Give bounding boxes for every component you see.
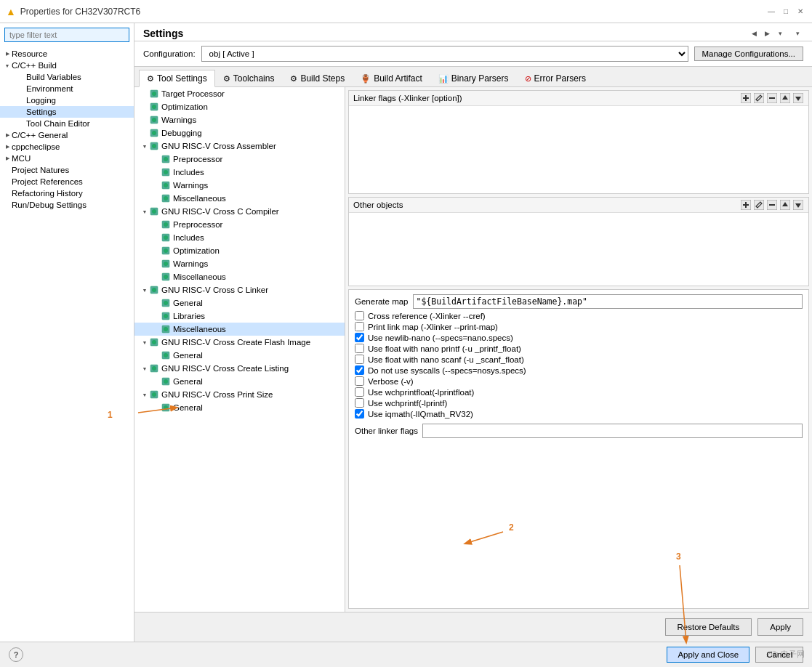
error-parsers-icon: ⊘	[525, 74, 531, 84]
linker-flags-edit-button[interactable]	[753, 92, 765, 104]
lti-debugging[interactable]: Debugging	[134, 126, 345, 140]
lti-linker-general[interactable]: General	[134, 296, 345, 310]
lti-cc-warnings[interactable]: Warnings	[134, 257, 345, 270]
build-artifact-icon: 🏺	[361, 74, 371, 84]
minimize-button[interactable]: —	[765, 6, 777, 17]
other-objects-header: Other objects	[349, 198, 808, 213]
other-objects-up-button[interactable]	[779, 199, 791, 211]
linker-flags-remove-button[interactable]	[766, 92, 778, 104]
cb-use-newlib-nano: Use newlib-nano (--specs=nano.specs)	[349, 332, 808, 343]
checkbox-use-float-scanf[interactable]	[355, 355, 364, 364]
lti-asm-warnings[interactable]: Warnings	[134, 179, 345, 192]
sidebar-item-project-natures[interactable]: Project Natures	[0, 164, 134, 176]
checkbox-use-float-printf[interactable]	[355, 344, 364, 353]
lti-flash-general[interactable]: General	[134, 349, 345, 362]
cb-verbose: Verbose (-v)	[349, 376, 808, 387]
checkbox-verbose[interactable]	[355, 376, 364, 386]
lti-warnings[interactable]: Warnings	[134, 113, 345, 126]
configuration-row: Configuration: obj [ Active ] Manage Con…	[134, 41, 812, 67]
cb-no-syscalls: Do not use syscalls (--specs=nosys.specs…	[349, 365, 808, 376]
lti-optimization[interactable]: Optimization	[134, 100, 345, 113]
sidebar-item-project-references[interactable]: Project References	[0, 176, 134, 187]
svg-point-9	[152, 144, 156, 148]
lti-asm-preprocessor[interactable]: Preprocessor	[134, 153, 345, 166]
sidebar-item-mcu[interactable]: MCU	[0, 153, 134, 164]
linker-flags-down-button[interactable]	[792, 92, 804, 104]
sidebar-item-cpp-build[interactable]: C/C++ Build	[0, 60, 134, 71]
app-icon: ▲	[6, 6, 16, 17]
svg-point-3	[152, 105, 156, 109]
lti-asm-includes[interactable]: Includes	[134, 166, 345, 179]
lti-gnu-c-compiler[interactable]: ▼ GNU RISC-V Cross C Compiler	[134, 205, 345, 218]
sidebar-item-environment[interactable]: Environment	[0, 83, 134, 94]
other-linker-flags-input[interactable]	[422, 424, 803, 438]
tab-binary-parsers[interactable]: 📊 Binary Parsers	[430, 70, 517, 86]
lti-cc-includes[interactable]: Includes	[134, 231, 345, 244]
checkbox-use-wchprintf[interactable]	[355, 398, 364, 408]
sidebar-item-settings[interactable]: Settings	[0, 106, 134, 118]
linker-flags-up-button[interactable]	[779, 92, 791, 104]
maximize-button[interactable]: □	[780, 6, 792, 17]
nav-dropdown-button[interactable]: ▾	[774, 28, 786, 39]
checkbox-use-newlib-nano[interactable]	[355, 333, 364, 342]
nav-dropdown2-button[interactable]: ▾	[792, 28, 803, 39]
other-objects-add-button[interactable]	[740, 199, 752, 211]
sidebar-item-build-variables[interactable]: Build Variables	[0, 71, 134, 83]
filter-input[interactable]	[4, 28, 129, 42]
generate-map-label: Generate map	[355, 297, 409, 306]
nav-back-button[interactable]: ◀	[748, 28, 760, 39]
lti-gnu-flash[interactable]: ▼ GNU RISC-V Cross Create Flash Image	[134, 336, 345, 349]
checkbox-use-wchprintfloat[interactable]	[355, 387, 364, 397]
checkbox-cross-reference[interactable]	[355, 311, 364, 320]
checkbox-use-iqmath[interactable]	[355, 409, 364, 419]
sidebar-item-logging[interactable]: Logging	[0, 94, 134, 106]
tab-toolchains[interactable]: ⚙ Toolchains	[215, 70, 283, 86]
sidebar-item-cppcheclipse[interactable]: cppcheclipse	[0, 141, 134, 153]
lti-asm-miscellaneous[interactable]: Miscellaneous	[134, 192, 345, 205]
lti-listing-general[interactable]: General	[134, 375, 345, 388]
other-objects-edit-button[interactable]	[753, 199, 765, 211]
cancel-button[interactable]: Cancel	[755, 647, 803, 663]
sidebar-item-resource[interactable]: Resource	[0, 48, 134, 60]
label-use-float-scanf: Use float with nano scanf (-u _scanf_flo…	[368, 355, 524, 364]
lti-target-processor[interactable]: Target Processor	[134, 87, 345, 100]
sidebar-item-tool-chain-editor[interactable]: Tool Chain Editor	[0, 118, 134, 129]
lti-cc-miscellaneous[interactable]: Miscellaneous	[134, 270, 345, 283]
sidebar-item-run-debug-settings[interactable]: Run/Debug Settings	[0, 199, 134, 211]
restore-defaults-button[interactable]: Restore Defaults	[665, 618, 752, 636]
lti-print-general[interactable]: General	[134, 401, 345, 414]
apply-and-close-button[interactable]: Apply and Close	[667, 647, 749, 663]
tab-build-artifact[interactable]: 🏺 Build Artifact	[353, 70, 430, 86]
tab-error-parsers[interactable]: ⊘ Error Parsers	[517, 70, 594, 86]
nav-forward-button[interactable]: ▶	[761, 28, 773, 39]
config-select[interactable]: obj [ Active ]	[201, 46, 688, 62]
lti-linker-miscellaneous[interactable]: Miscellaneous	[134, 323, 345, 336]
lti-gnu-c-linker[interactable]: ▼ GNU RISC-V Cross C Linker	[134, 283, 345, 296]
help-button[interactable]: ?	[9, 647, 23, 662]
svg-point-11	[164, 157, 168, 161]
tab-build-steps[interactable]: ⚙ Build Steps	[282, 70, 353, 86]
generate-map-input[interactable]	[413, 294, 803, 309]
right-panel: Linker flags (-Xlinker [option])	[345, 87, 812, 612]
linker-flags-add-button[interactable]	[740, 92, 752, 104]
other-objects-actions	[740, 199, 804, 211]
lti-gnu-assembler[interactable]: ▼ GNU RISC-V Cross Assembler	[134, 140, 345, 153]
tabs-bar: ⚙ Tool Settings ⚙ Toolchains ⚙ Build Ste…	[134, 67, 812, 87]
lti-linker-libraries[interactable]: Libraries	[134, 310, 345, 323]
lti-cc-optimization[interactable]: Optimization	[134, 244, 345, 257]
svg-point-25	[164, 248, 168, 253]
manage-configurations-button[interactable]: Manage Configurations...	[694, 47, 804, 61]
lti-gnu-print-size[interactable]: ▼ GNU RISC-V Cross Print Size	[134, 388, 345, 401]
checkbox-no-syscalls[interactable]	[355, 365, 364, 375]
close-button[interactable]: ✕	[795, 6, 806, 17]
other-objects-down-button[interactable]	[792, 199, 804, 211]
lti-gnu-listing[interactable]: ▼ GNU RISC-V Cross Create Listing	[134, 362, 345, 375]
sidebar-item-refactoring-history[interactable]: Refactoring History	[0, 187, 134, 199]
svg-rect-55	[769, 97, 775, 99]
checkbox-print-link-map[interactable]	[355, 322, 364, 331]
apply-button[interactable]: Apply	[757, 618, 803, 636]
tab-tool-settings[interactable]: ⚙ Tool Settings	[139, 70, 215, 87]
sidebar-item-cpp-general[interactable]: C/C++ General	[0, 129, 134, 141]
lti-cc-preprocessor[interactable]: Preprocessor	[134, 218, 345, 231]
other-objects-remove-button[interactable]	[766, 199, 778, 211]
